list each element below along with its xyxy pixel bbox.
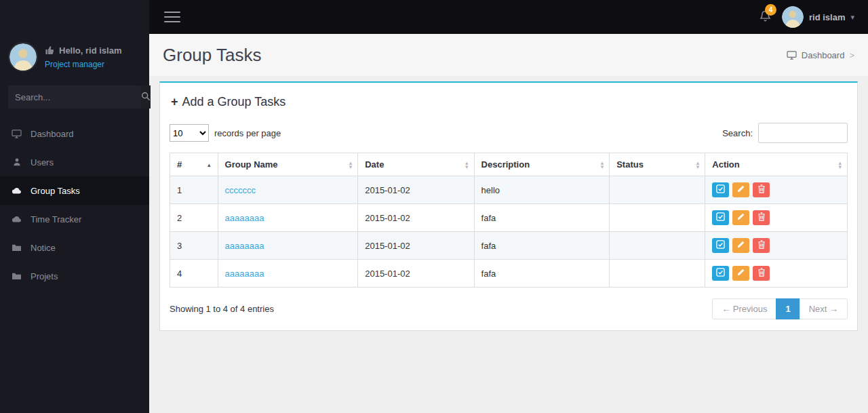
sidebar-search — [8, 85, 141, 109]
user-menu[interactable]: rid islam ▾ — [782, 6, 854, 28]
cell-num: 2 — [170, 204, 218, 232]
cell-group-name: aaaaaaaa — [218, 260, 358, 288]
plus-icon[interactable]: + — [171, 95, 178, 109]
pencil-icon — [736, 240, 745, 251]
avatar[interactable] — [8, 42, 38, 72]
notifications-button[interactable]: 4 — [760, 10, 771, 24]
group-name-link[interactable]: ccccccc — [225, 185, 256, 195]
sort-icon: ▴▾ — [838, 161, 842, 169]
group-tasks-table: # ▴ Group Name ▴▾ Date ▴▾ — [170, 153, 848, 288]
entries-summary: Showing 1 to 4 of 4 entries — [170, 304, 274, 314]
column-header-group-name[interactable]: Group Name ▴▾ — [218, 153, 358, 176]
cell-status — [610, 176, 705, 204]
sidebar-item-projets[interactable]: Projets — [0, 262, 149, 290]
cell-num: 1 — [170, 176, 218, 204]
table-search-input[interactable] — [758, 123, 848, 143]
complete-task-button[interactable] — [712, 266, 729, 281]
cell-date: 2015-01-02 — [358, 232, 474, 260]
check-square-icon — [716, 268, 725, 279]
column-header-action[interactable]: Action ▴▾ — [705, 153, 848, 176]
user-role[interactable]: Project manager — [45, 60, 121, 69]
column-header-description[interactable]: Description ▴▾ — [474, 153, 610, 176]
panel-title: + Add a Group Tasks — [171, 95, 848, 109]
check-square-icon — [716, 212, 725, 223]
edit-task-button[interactable] — [732, 182, 749, 197]
sidebar-item-notice[interactable]: Notice — [0, 233, 149, 262]
pencil-icon — [736, 212, 745, 223]
page-title: Group Tasks — [163, 45, 261, 66]
table-search-label: Search: — [722, 128, 753, 138]
table-row: 4aaaaaaaa2015-01-02fafa — [170, 260, 848, 288]
group-name-link[interactable]: aaaaaaaa — [225, 213, 264, 223]
cell-date: 2015-01-02 — [358, 176, 474, 204]
pagination-previous[interactable]: ← Previous — [712, 298, 776, 319]
table-controls: 10 records per page Search: — [170, 123, 848, 143]
greeting-text: Hello, rid islam — [59, 45, 121, 56]
records-per-page: 10 records per page — [170, 124, 281, 142]
sidebar: Hello, rid islam Project manager Dashboa… — [0, 0, 149, 413]
panel-title-text: Add a Group Tasks — [182, 95, 286, 109]
edit-task-button[interactable] — [732, 238, 749, 253]
edit-task-button[interactable] — [732, 210, 749, 225]
sort-icon: ▴▾ — [465, 161, 469, 169]
check-square-icon — [716, 240, 725, 251]
column-header-date[interactable]: Date ▴▾ — [358, 153, 474, 176]
cell-description: hello — [474, 176, 610, 204]
group-name-link[interactable]: aaaaaaaa — [225, 241, 264, 251]
cell-description: fafa — [474, 260, 610, 288]
app-root: Hello, rid islam Project manager Dashboa… — [0, 0, 868, 413]
pagination-page-1[interactable]: 1 — [776, 298, 800, 319]
breadcrumb-separator: > — [849, 50, 854, 60]
cell-action — [705, 232, 848, 260]
pencil-icon — [736, 268, 745, 279]
user-icon — [11, 157, 22, 167]
cell-status — [610, 232, 705, 260]
pagination: ← Previous 1 Next → — [712, 298, 848, 319]
topbar: 4 rid islam ▾ — [149, 0, 868, 34]
greeting: Hello, rid islam — [45, 45, 121, 56]
trash-icon — [757, 240, 766, 251]
records-per-page-select[interactable]: 10 — [170, 124, 209, 142]
sidebar-profile: Hello, rid islam Project manager — [0, 34, 149, 83]
sidebar-item-time-tracker[interactable]: Time Tracker — [0, 205, 149, 233]
cell-status — [610, 260, 705, 288]
trash-icon — [757, 184, 766, 195]
edit-task-button[interactable] — [732, 266, 749, 281]
column-header-status[interactable]: Status ▴▾ — [610, 153, 705, 176]
complete-task-button[interactable] — [712, 182, 729, 197]
column-header-num[interactable]: # ▴ — [170, 153, 218, 176]
trash-icon — [757, 268, 766, 279]
sidebar-search-input[interactable] — [8, 85, 141, 109]
sidebar-item-label: Users — [31, 157, 54, 168]
profile-text: Hello, rid islam Project manager — [45, 45, 121, 69]
delete-task-button[interactable] — [753, 266, 770, 281]
sidebar-item-users[interactable]: Users — [0, 148, 149, 176]
cell-num: 4 — [170, 260, 218, 288]
hamburger-menu-icon[interactable] — [164, 8, 180, 26]
complete-task-button[interactable] — [712, 238, 729, 253]
delete-task-button[interactable] — [753, 210, 770, 225]
folder-icon — [11, 243, 22, 252]
sort-icon: ▴▾ — [696, 161, 700, 169]
group-name-link[interactable]: aaaaaaaa — [225, 269, 264, 279]
sort-icon: ▴▾ — [601, 161, 604, 169]
delete-task-button[interactable] — [753, 182, 770, 197]
cell-action — [705, 176, 848, 204]
cell-date: 2015-01-02 — [358, 260, 474, 288]
delete-task-button[interactable] — [753, 238, 770, 253]
complete-task-button[interactable] — [712, 210, 729, 225]
table-search: Search: — [722, 123, 848, 143]
cell-group-name: aaaaaaaa — [218, 232, 358, 260]
cell-date: 2015-01-02 — [358, 204, 474, 232]
sidebar-item-dashboard[interactable]: Dashboard — [0, 119, 149, 148]
pagination-next[interactable]: Next → — [800, 298, 848, 319]
sidebar-item-group-tasks[interactable]: Group Tasks — [0, 176, 149, 205]
pencil-icon — [736, 184, 745, 195]
sidebar-item-label: Dashboard — [31, 129, 74, 139]
table-row: 1ccccccc2015-01-02hello — [170, 176, 848, 204]
cloud-icon — [11, 215, 22, 223]
topbar-right: 4 rid islam ▾ — [760, 6, 854, 28]
sidebar-nav: Dashboard Users Group Tasks Time Tracker — [0, 119, 149, 290]
avatar — [782, 6, 804, 28]
breadcrumb-dashboard-link[interactable]: Dashboard — [802, 50, 845, 60]
